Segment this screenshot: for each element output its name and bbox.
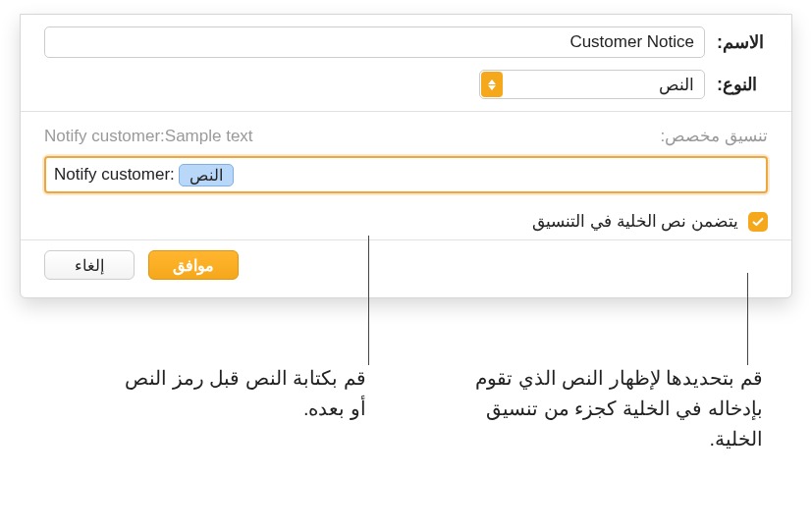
token-label: النص xyxy=(189,166,223,185)
type-value: النص xyxy=(659,75,694,95)
ok-button[interactable]: موافق xyxy=(148,250,239,280)
name-input[interactable] xyxy=(44,26,705,58)
include-text-label: يتضمن نص الخلية في التنسيق xyxy=(532,211,738,232)
name-row: الاسم: xyxy=(21,15,791,70)
cancel-label: إلغاء xyxy=(75,256,104,275)
checkmark-icon xyxy=(751,215,765,229)
custom-format-header: تنسيق مخصص: Notify customer:Sample text xyxy=(44,126,768,146)
type-select[interactable]: النص xyxy=(479,70,705,99)
updown-icon xyxy=(481,72,503,97)
format-field[interactable]: Notify customer: النص xyxy=(44,156,768,193)
custom-format-section: تنسيق مخصص: Notify customer:Sample text … xyxy=(21,112,791,199)
button-row: موافق إلغاء xyxy=(21,240,791,286)
callout-type-text: قم بكتابة النص قبل رمز النص أو بعده. xyxy=(111,363,366,424)
callout-leader-right xyxy=(747,273,748,365)
format-preview: Notify customer:Sample text xyxy=(44,127,253,146)
text-token[interactable]: النص xyxy=(179,164,234,186)
callout-include-text: قم بتحديدها لإظهار النص الذي تقوم بإدخال… xyxy=(439,363,763,454)
callout-leader-left xyxy=(368,236,369,365)
cancel-button[interactable]: إلغاء xyxy=(44,250,135,280)
format-prefix-text: Notify customer: xyxy=(54,165,175,185)
custom-format-dialog: الاسم: النوع: النص تنسيق مخصص: Notify cu… xyxy=(20,14,792,298)
custom-format-label: تنسيق مخصص: xyxy=(661,126,768,146)
name-label: الاسم: xyxy=(717,31,768,53)
type-row: النوع: النص xyxy=(21,70,791,111)
include-text-row: يتضمن نص الخلية في التنسيق xyxy=(21,199,791,239)
include-text-checkbox[interactable] xyxy=(748,212,768,232)
type-label: النوع: xyxy=(717,74,768,95)
ok-label: موافق xyxy=(173,256,214,275)
